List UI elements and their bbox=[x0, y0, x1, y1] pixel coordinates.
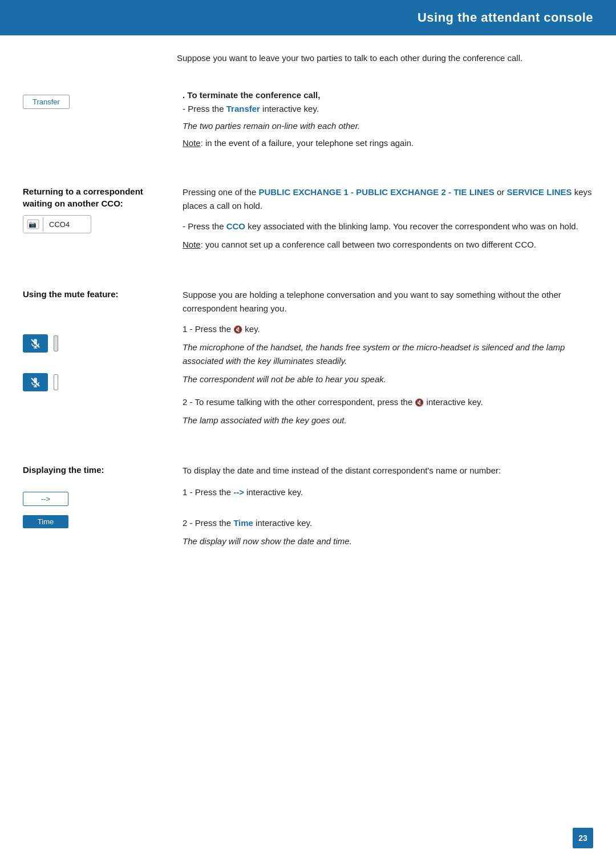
time-intro: To display the date and time instead of … bbox=[183, 464, 593, 477]
cco-note-prefix: Note bbox=[183, 240, 201, 249]
cco-key1: PUBLIC EXCHANGE 1 bbox=[258, 187, 348, 197]
cco-section-title: Returning to a correspondent waiting on … bbox=[23, 185, 165, 209]
mute-lamp-off bbox=[54, 374, 58, 390]
mute-widget-lit bbox=[23, 334, 58, 353]
svg-text:📷: 📷 bbox=[29, 220, 37, 228]
page-title: Using the attendant console bbox=[418, 10, 593, 25]
cco-step2: - Press the CCO key associated with the … bbox=[183, 220, 593, 233]
transfer-instruction-title: . To terminate the conference call, bbox=[183, 90, 593, 100]
cco-key3: TIE LINES bbox=[453, 187, 495, 197]
page-number: 23 bbox=[573, 828, 593, 848]
cco-right-col: Pressing one of the PUBLIC EXCHANGE 1 - … bbox=[177, 185, 593, 256]
svg-rect-3 bbox=[34, 339, 37, 345]
time-section-title: Displaying the time: bbox=[23, 464, 104, 476]
time-arrow-ref: --> bbox=[233, 487, 244, 497]
mute-step1-italic2: The correspondent will not be able to he… bbox=[183, 373, 593, 386]
cco-key4: SERVICE LINES bbox=[507, 187, 572, 197]
mute-step1-italic1: The microphone of the handset, the hands… bbox=[183, 341, 593, 368]
mute-button-lit[interactable] bbox=[23, 334, 48, 353]
mute-step1: 1 - Press the 🔇 key. bbox=[183, 322, 593, 336]
cco-phone-icon: 📷 bbox=[23, 216, 43, 233]
mute-widget-unlit bbox=[23, 373, 58, 391]
time-step2: 2 - Press the Time interactive key. bbox=[183, 516, 593, 530]
transfer-left-col: Transfer bbox=[23, 90, 177, 153]
cco-left-col: Returning to a correspondent waiting on … bbox=[23, 185, 177, 256]
transfer-key[interactable]: Transfer bbox=[23, 95, 70, 109]
mute-button-unlit[interactable] bbox=[23, 373, 48, 391]
time-left-col: Displaying the time: --> Time bbox=[23, 464, 177, 553]
mute-left-col: Using the mute feature: bbox=[23, 288, 177, 432]
section-mute: Using the mute feature: bbox=[0, 272, 616, 438]
time-step1: 1 - Press the --> interactive key. bbox=[183, 485, 593, 499]
mute-key-icon1: 🔇 bbox=[233, 325, 242, 334]
section-cco: Returning to a correspondent waiting on … bbox=[0, 169, 616, 262]
transfer-italic: The two parties remain on-line with each… bbox=[183, 119, 593, 133]
page-content: Suppose you want to leave your two parti… bbox=[0, 35, 616, 593]
mute-intro: Suppose you are holding a telephone conv… bbox=[183, 288, 593, 315]
transfer-right-col: . To terminate the conference call, - Pr… bbox=[177, 90, 593, 153]
mute-section-title: Using the mute feature: bbox=[23, 288, 119, 300]
transfer-note-prefix: Note bbox=[183, 138, 201, 148]
cco-sep2: - bbox=[446, 187, 453, 197]
page-header: Using the attendant console bbox=[0, 0, 616, 35]
mute-right-col: Suppose you are holding a telephone conv… bbox=[177, 288, 593, 432]
section-time: Displaying the time: --> Time To display… bbox=[0, 448, 616, 559]
cco-body1: Pressing one of the PUBLIC EXCHANGE 1 - … bbox=[183, 185, 593, 213]
cco-label: CCO4 bbox=[43, 217, 75, 232]
arrow-key[interactable]: --> bbox=[23, 492, 68, 506]
time-key[interactable]: Time bbox=[23, 515, 68, 528]
mute-step2: 2 - To resume talking with the other cor… bbox=[183, 395, 593, 409]
cco-sep1: - bbox=[348, 187, 356, 197]
intro-section: Suppose you want to leave your two parti… bbox=[0, 35, 616, 74]
cco-key2: PUBLIC EXCHANGE 2 bbox=[356, 187, 446, 197]
mute-lamp-lit bbox=[54, 335, 58, 351]
cco-widget: 📷 CCO4 bbox=[23, 215, 91, 233]
mute-key-icon2: 🔇 bbox=[415, 398, 424, 407]
svg-rect-7 bbox=[34, 378, 37, 383]
transfer-note: Note: in the event of a failure, your te… bbox=[183, 136, 593, 150]
transfer-step1: - Press the Transfer interactive key. bbox=[183, 102, 593, 116]
time-key-ref: Time bbox=[233, 518, 253, 528]
transfer-key-ref: Transfer bbox=[226, 104, 260, 114]
time-right-col: To display the date and time instead of … bbox=[177, 464, 593, 553]
mute-step2-italic: The lamp associated with the key goes ou… bbox=[183, 414, 593, 427]
cco-note: Note: you cannot set up a conference cal… bbox=[183, 238, 593, 252]
cco-key-ref: CCO bbox=[226, 221, 245, 231]
intro-text: Suppose you want to leave your two parti… bbox=[177, 51, 593, 65]
section-transfer: Transfer . To terminate the conference c… bbox=[0, 74, 616, 159]
time-step2-italic: The display will now show the date and t… bbox=[183, 535, 593, 548]
